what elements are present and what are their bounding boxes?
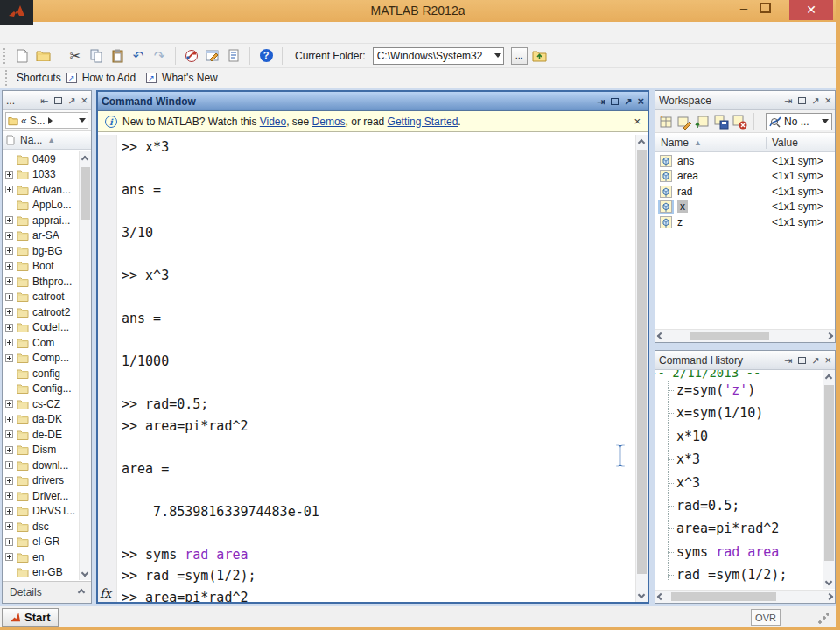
code-line[interactable]: rad =sym(1/2); [655, 564, 822, 586]
breadcrumb-dropdown-icon[interactable] [79, 118, 86, 122]
scrollbar-thumb[interactable] [80, 167, 90, 220]
folder-row[interactable]: Dism [3, 443, 80, 458]
expand-icon[interactable] [5, 247, 13, 255]
scroll-right-icon[interactable] [826, 332, 833, 340]
expand-icon[interactable] [5, 492, 13, 500]
close-panel-icon[interactable]: × [824, 356, 831, 365]
workspace-variable-row[interactable]: x <1x1 sym> [655, 200, 835, 215]
folder-row[interactable]: DRVST... [3, 504, 80, 520]
expand-icon[interactable] [5, 216, 13, 224]
close-panel-icon[interactable]: × [824, 96, 831, 105]
collapse-details-icon[interactable] [78, 589, 85, 596]
shortcut-how-to-add[interactable]: How to Add [82, 72, 136, 84]
simulink-icon[interactable] [183, 47, 200, 65]
details-bar[interactable]: Details [3, 581, 91, 603]
undock-icon[interactable]: ↗ [67, 96, 75, 105]
close-button[interactable]: ✕ [789, 0, 833, 20]
folder-row[interactable]: en-GB [3, 565, 80, 581]
folder-row[interactable]: Advan... [3, 182, 80, 198]
expand-icon[interactable] [5, 400, 13, 408]
breadcrumb-path[interactable]: S... [30, 115, 46, 127]
folder-row[interactable]: de-DE [3, 427, 80, 443]
resize-grip[interactable] [818, 613, 829, 624]
shortcuts-grip[interactable] [5, 70, 9, 86]
expand-icon[interactable] [5, 339, 13, 346]
help-icon[interactable]: ? [257, 47, 275, 65]
expand-icon[interactable] [5, 508, 13, 515]
folder-row[interactable]: 1033 [3, 167, 80, 183]
folder-row[interactable]: CodeI... [3, 320, 80, 336]
expand-icon[interactable] [5, 538, 13, 546]
expand-icon[interactable] [5, 354, 13, 362]
folder-column-header[interactable]: Na... ▲ [3, 131, 91, 150]
folder-row[interactable]: catroot [3, 290, 80, 305]
dock-icon[interactable]: ⇥ [784, 356, 792, 365]
folder-row[interactable]: dsc [3, 519, 80, 535]
new-script-icon[interactable] [13, 47, 31, 65]
close-panel-icon[interactable]: × [80, 96, 88, 105]
maximize-panel-icon[interactable] [611, 98, 619, 105]
expand-icon[interactable] [5, 262, 13, 270]
paste-icon[interactable] [108, 47, 126, 65]
video-link[interactable]: Video [260, 116, 286, 128]
code-line[interactable]: z=sym('z') [655, 379, 822, 402]
expand-icon[interactable] [5, 461, 13, 469]
folder-row[interactable]: en [3, 550, 80, 565]
cut-icon[interactable]: ✂ [66, 47, 84, 65]
folder-row[interactable]: Com [3, 335, 80, 351]
code-line[interactable]: x*3 [655, 448, 822, 471]
maximize-panel-icon[interactable] [798, 357, 806, 364]
scrollbar-thumb[interactable] [637, 150, 647, 574]
maximize-panel-icon[interactable] [798, 97, 806, 104]
expand-icon[interactable] [5, 293, 13, 301]
expand-icon[interactable] [5, 308, 13, 316]
toolbar-grip[interactable] [4, 48, 7, 64]
scroll-right-icon[interactable] [826, 593, 833, 600]
expand-icon[interactable] [5, 171, 13, 178]
folder-row[interactable]: catroot2 [3, 304, 80, 320]
expand-icon[interactable] [5, 446, 13, 454]
maximize-panel-icon[interactable] [54, 97, 62, 104]
expand-icon[interactable] [5, 430, 13, 438]
folder-row[interactable]: Boot [3, 259, 80, 275]
expand-icon[interactable] [5, 232, 13, 240]
browse-folder-button[interactable]: ... [511, 47, 528, 65]
folder-row[interactable]: apprai... [3, 213, 80, 228]
code-line[interactable]: area=pi*rad^2 [655, 517, 822, 540]
dock-icon[interactable]: ⇥ [597, 97, 605, 106]
close-panel-icon[interactable]: × [637, 97, 644, 106]
save-workspace-icon[interactable] [713, 114, 729, 130]
workspace-hscrollbar[interactable] [655, 329, 835, 342]
banner-close-icon[interactable]: × [634, 115, 640, 128]
folder-scrollbar[interactable] [79, 151, 91, 580]
fx-icon[interactable]: fx [100, 586, 111, 600]
expand-icon[interactable] [5, 477, 13, 485]
folder-row[interactable]: Config... [3, 382, 80, 397]
command-window-scrollbar[interactable] [635, 135, 648, 602]
how-to-add-icon[interactable]: ↗ [66, 73, 77, 83]
folder-row[interactable]: AppLo... [3, 198, 80, 214]
shortcut-whats-new[interactable]: What's New [162, 72, 218, 84]
expand-icon[interactable] [5, 324, 13, 332]
folder-row[interactable]: el-GR [3, 535, 80, 550]
guide-icon[interactable] [204, 47, 221, 65]
getting-started-link[interactable]: Getting Started [388, 116, 458, 128]
command-window-body[interactable]: fx >> x*3 ans = 3/10 >> x^3 ans = 1/1000… [98, 135, 648, 602]
maximize-button[interactable] [760, 3, 771, 13]
workspace-variable-row[interactable]: ans <1x1 sym> [655, 153, 835, 169]
undock-icon[interactable]: ↗ [624, 97, 632, 106]
expand-icon[interactable] [5, 553, 13, 561]
folder-row[interactable]: cs-CZ [3, 396, 80, 412]
breadcrumb[interactable]: « S... [5, 112, 88, 129]
expand-icon[interactable] [5, 186, 13, 193]
breadcrumb-next-icon[interactable] [48, 117, 52, 124]
scroll-left-icon[interactable] [657, 332, 664, 340]
folder-row[interactable]: da-DK [3, 412, 80, 428]
history-vscrollbar[interactable] [822, 370, 835, 589]
current-folder-combobox[interactable]: C:\Windows\System32 [373, 47, 504, 65]
profiler-icon[interactable] [225, 47, 242, 65]
folder-row[interactable]: Comp... [3, 351, 80, 367]
code-line[interactable]: x*10 [655, 425, 822, 448]
workspace-variable-row[interactable]: rad <1x1 sym> [655, 184, 835, 200]
undo-icon[interactable]: ↶ [130, 47, 147, 65]
